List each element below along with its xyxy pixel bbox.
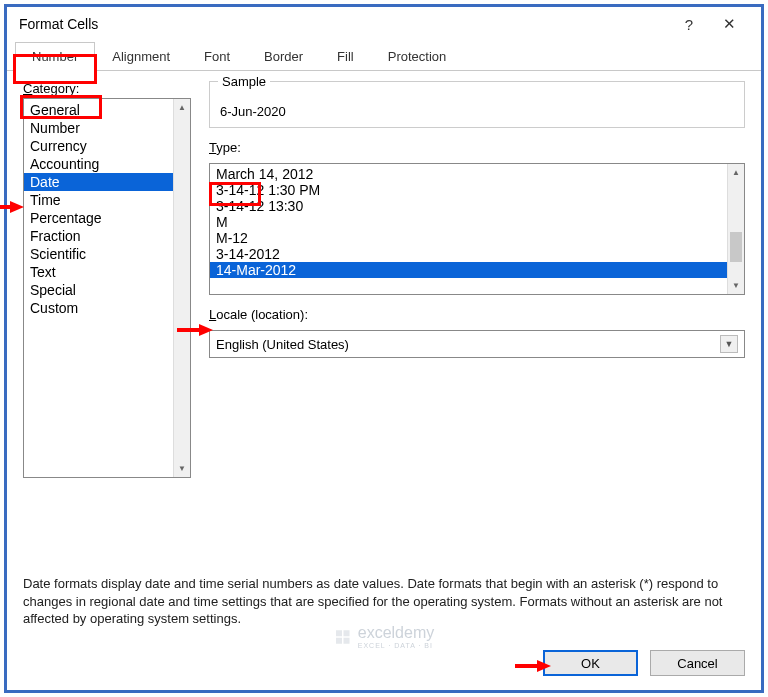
tab-protection[interactable]: Protection	[371, 42, 464, 71]
scroll-up-icon[interactable]: ▲	[174, 99, 190, 116]
category-item-number[interactable]: Number	[24, 119, 173, 137]
category-item-currency[interactable]: Currency	[24, 137, 173, 155]
category-item-special[interactable]: Special	[24, 281, 173, 299]
category-column: Category: General Number Currency Accoun…	[23, 81, 191, 555]
category-item-general[interactable]: General	[24, 101, 173, 119]
category-scrollbar[interactable]: ▲ ▼	[173, 99, 190, 477]
close-button[interactable]: ✕	[709, 15, 749, 33]
format-description: Date formats display date and time seria…	[23, 575, 745, 628]
category-item-date[interactable]: Date	[24, 173, 173, 191]
sample-label: Sample	[218, 74, 270, 89]
type-item[interactable]: 3-14-2012	[210, 246, 727, 262]
category-item-text[interactable]: Text	[24, 263, 173, 281]
titlebar: Format Cells ? ✕	[7, 7, 761, 41]
format-cells-dialog: Format Cells ? ✕ Number Alignment Font B…	[7, 7, 761, 690]
tab-font[interactable]: Font	[187, 42, 247, 71]
help-button[interactable]: ?	[669, 16, 709, 33]
type-item[interactable]: M-12	[210, 230, 727, 246]
type-list[interactable]: March 14, 2012 3-14-12 1:30 PM 3-14-12 1…	[209, 163, 745, 295]
ok-button[interactable]: OK	[543, 650, 638, 676]
locale-dropdown[interactable]: English (United States) ▼	[209, 330, 745, 358]
scroll-up-icon[interactable]: ▲	[728, 164, 744, 181]
cancel-button[interactable]: Cancel	[650, 650, 745, 676]
category-item-time[interactable]: Time	[24, 191, 173, 209]
tab-fill[interactable]: Fill	[320, 42, 371, 71]
details-column: Sample 6-Jun-2020 Type: March 14, 2012 3…	[209, 81, 745, 555]
watermark: exceldemy EXCEL · DATA · BI	[334, 624, 434, 649]
type-item[interactable]: March 14, 2012	[210, 166, 727, 182]
tab-alignment[interactable]: Alignment	[95, 42, 187, 71]
scroll-thumb[interactable]	[730, 232, 742, 262]
type-item[interactable]: M	[210, 214, 727, 230]
type-item-selected[interactable]: 14-Mar-2012	[210, 262, 727, 278]
sample-value: 6-Jun-2020	[220, 104, 734, 119]
type-item[interactable]: 3-14-12 1:30 PM	[210, 182, 727, 198]
type-scrollbar[interactable]: ▲ ▼	[727, 164, 744, 294]
watermark-icon	[334, 628, 352, 646]
type-label: Type:	[209, 140, 745, 155]
category-item-accounting[interactable]: Accounting	[24, 155, 173, 173]
dialog-title: Format Cells	[19, 16, 669, 32]
scroll-down-icon[interactable]: ▼	[728, 277, 744, 294]
category-item-fraction[interactable]: Fraction	[24, 227, 173, 245]
category-label: Category:	[23, 81, 191, 96]
tabs: Number Alignment Font Border Fill Protec…	[7, 41, 761, 71]
type-item[interactable]: 3-14-12 13:30	[210, 198, 727, 214]
category-item-percentage[interactable]: Percentage	[24, 209, 173, 227]
scroll-down-icon[interactable]: ▼	[174, 460, 190, 477]
sample-group: Sample 6-Jun-2020	[209, 81, 745, 128]
locale-label: Locale (location):	[209, 307, 745, 322]
tab-border[interactable]: Border	[247, 42, 320, 71]
watermark-subtext: EXCEL · DATA · BI	[358, 642, 434, 649]
tab-content: Category: General Number Currency Accoun…	[7, 71, 761, 640]
locale-value: English (United States)	[216, 337, 720, 352]
tab-number[interactable]: Number	[15, 42, 95, 71]
category-list[interactable]: General Number Currency Accounting Date …	[23, 98, 191, 478]
watermark-text: exceldemy	[358, 624, 434, 641]
chevron-down-icon[interactable]: ▼	[720, 335, 738, 353]
category-item-custom[interactable]: Custom	[24, 299, 173, 317]
category-item-scientific[interactable]: Scientific	[24, 245, 173, 263]
